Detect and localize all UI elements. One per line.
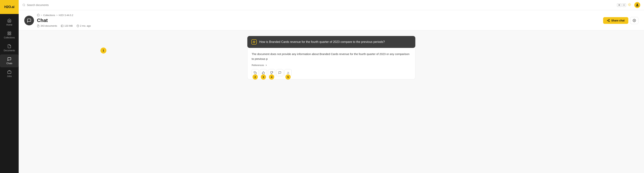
svg-point-22 — [609, 21, 610, 22]
thumbup-btn-wrap: 3 — [260, 69, 267, 76]
kbd-cmd: ⌘ — [617, 3, 622, 7]
sidebar-label-documents: Documents — [4, 49, 15, 52]
chart-btn-wrap: 5 — [284, 69, 292, 76]
share-icon — [607, 19, 610, 22]
svg-rect-27 — [255, 72, 256, 74]
content-header: > Collections > H2O 3.44.0.2 Chat 343 do… — [19, 10, 644, 30]
topbar: ⌘ K — [19, 0, 644, 10]
sidebar-item-documents[interactable]: Documents — [0, 42, 19, 54]
svg-line-6 — [24, 5, 25, 6]
user-avatar[interactable] — [634, 2, 640, 8]
sidebar-label-collections: Collections — [4, 36, 15, 39]
search-input[interactable] — [27, 3, 616, 6]
svg-rect-0 — [8, 32, 9, 33]
svg-marker-26 — [253, 41, 255, 43]
svg-rect-17 — [61, 25, 63, 27]
question-icon — [252, 39, 257, 44]
sidebar-item-home[interactable]: Home — [0, 16, 19, 29]
copy-button[interactable] — [252, 69, 259, 76]
settings-button[interactable] — [630, 17, 638, 24]
svg-rect-3 — [8, 34, 9, 35]
gear-icon — [632, 19, 636, 22]
topbar-right — [628, 2, 640, 8]
svg-rect-1 — [10, 32, 11, 33]
copy-btn-wrap: 2 — [252, 69, 259, 76]
sidebar-item-jobs[interactable]: Jobs — [0, 67, 19, 80]
svg-point-7 — [629, 4, 630, 5]
svg-rect-2 — [10, 34, 11, 35]
keyboard-shortcut: ⌘ K — [617, 3, 626, 7]
collections-icon — [7, 31, 12, 35]
theme-toggle-button[interactable] — [628, 3, 631, 7]
chart-icon — [286, 71, 290, 74]
svg-line-10 — [628, 3, 628, 4]
kbd-k: K — [622, 3, 626, 7]
sidebar-nav: Home Collections Documents Chats — [0, 14, 19, 80]
size-value: 133 MB — [64, 24, 73, 27]
question-text: How is Branded Cards revenue for the fou… — [259, 39, 385, 44]
breadcrumb-sep-1: > — [41, 14, 42, 16]
chats-icon — [7, 57, 12, 61]
svg-line-15 — [630, 3, 630, 4]
meta-time: 2 mo. ago — [76, 24, 91, 27]
meta-documents: 343 documents — [37, 24, 57, 27]
sidebar-label-chats: Chats — [6, 62, 12, 65]
references-label: References — [252, 64, 264, 67]
breadcrumb: > Collections > H2O 3.44.0.2 — [37, 14, 91, 17]
jobs-icon — [7, 70, 12, 74]
svg-point-21 — [607, 20, 608, 21]
sidebar-item-chats[interactable]: Chats — [0, 54, 19, 67]
comment-button[interactable] — [276, 69, 283, 76]
comment-btn-wrap — [276, 69, 283, 76]
breadcrumb-version: H2O 3.44.0.2 — [59, 14, 73, 16]
main-area: ⌘ K — [19, 0, 644, 173]
search-icon-wrap — [22, 3, 26, 6]
svg-point-16 — [637, 4, 638, 5]
svg-rect-4 — [8, 71, 11, 73]
meta-row: 343 documents 133 MB — [37, 24, 91, 27]
share-btn-label: Share chat — [611, 19, 624, 22]
share-chat-button[interactable]: Share chat — [603, 17, 628, 24]
sidebar-label-home: Home — [6, 23, 12, 26]
breadcrumb-home-icon[interactable] — [37, 14, 40, 17]
svg-point-20 — [609, 19, 610, 20]
chart-button[interactable] — [284, 69, 292, 76]
thumbdown-btn-wrap: 4 — [268, 69, 275, 76]
chat-question: How is Branded Cards revenue for the fou… — [247, 36, 415, 48]
references-row[interactable]: References — [252, 64, 411, 67]
svg-line-23 — [608, 21, 609, 21]
content-body: How is Branded Cards revenue for the fou… — [19, 30, 644, 173]
thumbdown-icon — [270, 71, 273, 74]
answer-text: The document does not provide any inform… — [252, 52, 411, 61]
search-icon — [22, 3, 26, 6]
sidebar: H2O.ai Home Collections Documents — [0, 0, 19, 173]
size-meta-icon — [61, 25, 64, 27]
documents-icon — [7, 44, 12, 48]
thumbup-icon — [262, 71, 265, 74]
svg-line-14 — [628, 5, 628, 6]
thumbup-button[interactable] — [260, 69, 267, 76]
svg-point-5 — [23, 4, 25, 6]
sidebar-label-jobs: Jobs — [7, 75, 12, 78]
chat-answer: The document does not provide any inform… — [247, 48, 415, 79]
home-icon — [7, 18, 12, 22]
sidebar-item-collections[interactable]: Collections — [0, 29, 19, 42]
header-left: > Collections > H2O 3.44.0.2 Chat 343 do… — [24, 14, 91, 27]
chat-icon-circle — [24, 16, 34, 25]
svg-line-24 — [608, 20, 609, 20]
documents-count: 343 documents — [40, 24, 57, 27]
svg-line-11 — [630, 5, 630, 6]
message-block: How is Branded Cards revenue for the fou… — [247, 36, 415, 79]
page-title: Chat — [37, 17, 91, 23]
document-meta-icon — [37, 25, 40, 27]
logo[interactable]: H2O.ai — [0, 0, 19, 14]
svg-point-25 — [634, 20, 635, 21]
thumbdown-button[interactable] — [268, 69, 275, 76]
meta-size: 133 MB — [61, 24, 73, 27]
time-meta-icon — [76, 25, 79, 27]
comment-icon — [278, 71, 281, 74]
breadcrumb-collections[interactable]: Collections — [43, 14, 55, 16]
breadcrumb-sep-2: > — [56, 14, 58, 16]
action-buttons: 2 3 — [252, 69, 411, 76]
header-actions: Share chat — [603, 17, 638, 24]
